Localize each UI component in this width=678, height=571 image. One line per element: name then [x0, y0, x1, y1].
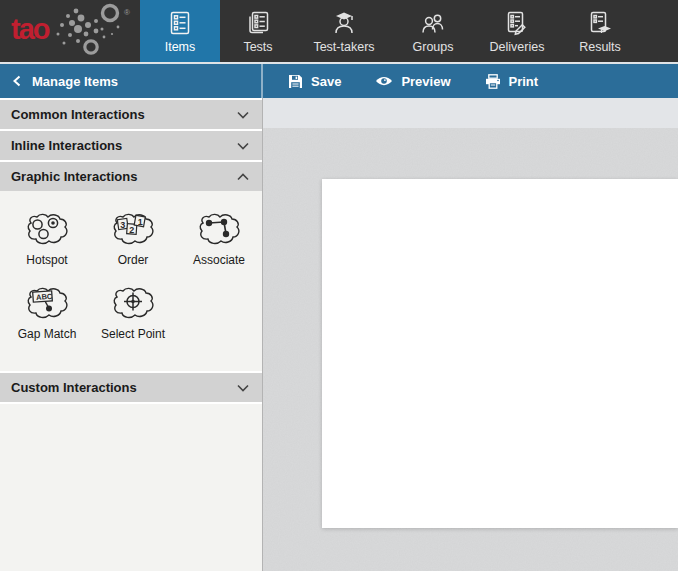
save-button[interactable]: Save: [288, 74, 341, 89]
interaction-gap-match[interactable]: ABC Gap Match: [18, 285, 77, 341]
chevron-up-icon: [237, 173, 249, 181]
test-taker-icon: [331, 10, 357, 36]
nav-item-tests[interactable]: Tests: [220, 0, 296, 62]
toolbar: Manage Items Save: [0, 62, 678, 98]
nav-item-groups[interactable]: Groups: [392, 0, 474, 62]
nav-item-label: Test-takers: [313, 40, 374, 54]
interaction-grid: Hotspot 3 2: [0, 211, 262, 341]
accordion-label: Custom Interactions: [11, 380, 137, 395]
accordion-label: Graphic Interactions: [11, 169, 137, 184]
chevron-down-icon: [237, 142, 249, 150]
gap-match-icon: ABC: [24, 285, 70, 321]
top-nav-items: Items Tests Test-take: [140, 0, 640, 62]
accordion-common-interactions[interactable]: Common Interactions: [0, 100, 262, 129]
svg-text:2: 2: [129, 225, 134, 235]
interaction-label: Order: [118, 253, 149, 267]
nav-item-deliveries[interactable]: Deliveries: [474, 0, 560, 62]
sidebar-empty-area: [0, 404, 262, 571]
order-icon: 3 2 1: [110, 211, 156, 247]
tao-logo[interactable]: tao ®: [0, 0, 140, 62]
svg-text:ABC: ABC: [36, 292, 53, 302]
graphic-interactions-panel: Hotspot 3 2: [0, 191, 262, 371]
nav-item-items[interactable]: Items: [140, 0, 220, 62]
items-icon: [167, 10, 193, 36]
tao-logo-dots-icon: [48, 1, 148, 59]
accordion-graphic-interactions[interactable]: Graphic Interactions: [0, 162, 262, 191]
nav-item-test-takers[interactable]: Test-takers: [296, 0, 392, 62]
save-button-label: Save: [311, 74, 341, 89]
accordion-inline-interactions[interactable]: Inline Interactions: [0, 131, 262, 160]
svg-text:1: 1: [138, 217, 143, 227]
interaction-associate[interactable]: Associate: [193, 211, 245, 267]
tao-app-window: tao ®: [0, 0, 678, 571]
svg-text:3: 3: [120, 220, 125, 230]
interaction-order[interactable]: 3 2 1 Order: [110, 211, 156, 267]
interaction-hotspot[interactable]: Hotspot: [24, 211, 70, 267]
select-point-icon: [110, 285, 156, 321]
tao-logo-text: tao: [11, 15, 49, 44]
print-button[interactable]: Print: [485, 74, 539, 89]
top-nav-bar: tao ®: [0, 0, 678, 62]
toolbar-actions: Save Preview Print: [263, 64, 538, 98]
nav-item-label: Results: [579, 40, 621, 54]
groups-icon: [420, 10, 446, 36]
registered-trademark: ®: [124, 8, 130, 17]
print-icon: [485, 74, 501, 89]
chevron-down-icon: [237, 111, 249, 119]
accordion-label: Inline Interactions: [11, 138, 122, 153]
preview-eye-icon: [375, 75, 393, 87]
content-region: Common Interactions Inline Interactions …: [0, 98, 678, 571]
editor-action-strip: [263, 98, 678, 128]
hotspot-icon: [24, 211, 70, 247]
tests-icon: [245, 10, 271, 36]
back-button-label: Manage Items: [32, 74, 118, 89]
nav-item-label: Deliveries: [490, 40, 545, 54]
deliveries-icon: [504, 10, 530, 36]
nav-item-label: Items: [165, 40, 196, 54]
interaction-select-point[interactable]: Select Point: [101, 285, 165, 341]
accordion-custom-interactions[interactable]: Custom Interactions: [0, 373, 262, 402]
save-icon: [288, 74, 303, 89]
nav-item-results[interactable]: Results: [560, 0, 640, 62]
interaction-label: Gap Match: [18, 327, 77, 341]
preview-button[interactable]: Preview: [375, 74, 450, 89]
item-canvas[interactable]: [322, 179, 678, 528]
interactions-sidebar: Common Interactions Inline Interactions …: [0, 98, 263, 571]
interaction-label: Select Point: [101, 327, 165, 341]
nav-item-label: Tests: [243, 40, 272, 54]
interaction-label: Associate: [193, 253, 245, 267]
editor-main-area: [263, 98, 678, 571]
preview-button-label: Preview: [401, 74, 450, 89]
interaction-label: Hotspot: [26, 253, 67, 267]
back-chevron-icon: [13, 75, 21, 87]
editor-workspace: [263, 128, 678, 571]
manage-items-back-button[interactable]: Manage Items: [0, 64, 263, 98]
accordion-label: Common Interactions: [11, 107, 145, 122]
results-icon: [587, 10, 613, 36]
print-button-label: Print: [509, 74, 539, 89]
associate-icon: [196, 211, 242, 247]
chevron-down-icon: [237, 384, 249, 392]
nav-item-label: Groups: [413, 40, 454, 54]
